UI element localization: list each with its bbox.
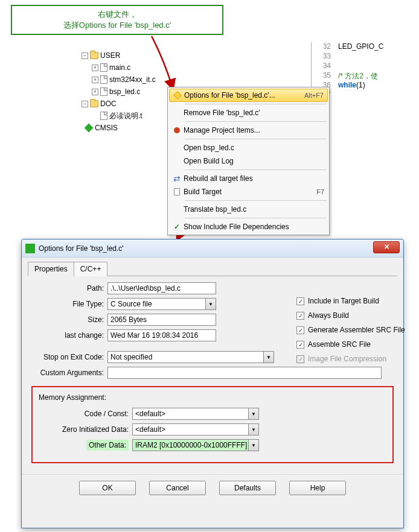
context-menu: Options for File 'bsp_led.c'...Alt+F7 Re… xyxy=(167,87,330,235)
file-icon xyxy=(100,87,107,96)
app-icon xyxy=(25,244,35,253)
mem-zero-label: Zero Initialized Data: xyxy=(39,425,132,434)
lastchange-label: last change: xyxy=(28,331,107,340)
callout-line2: 选择Options for File 'bsp_led.c' xyxy=(63,20,171,31)
menu-options-for-file[interactable]: Options for File 'bsp_led.c'...Alt+F7 xyxy=(169,89,328,102)
menu-sep xyxy=(185,169,327,170)
filetype-select[interactable]: C Source file▼ xyxy=(107,298,216,310)
menu-show-includes[interactable]: ✓Show Include File Dependencies xyxy=(168,220,329,233)
callout-box: 右键文件， 选择Options for File 'bsp_led.c' xyxy=(11,5,223,35)
ok-button[interactable]: OK xyxy=(79,481,136,495)
tree-cmsis[interactable]: CMSIS xyxy=(82,122,172,134)
memory-assignment-group: Memory Assignment: Code / Const:<default… xyxy=(31,386,394,463)
options-dialog: Options for File 'bsp_led.c' ✕ Propertie… xyxy=(21,239,404,528)
chk-img-compress: ✓ xyxy=(296,355,304,363)
mem-code-label: Code / Const: xyxy=(39,410,132,418)
tab-strip: Properties C/C++ xyxy=(28,261,397,276)
help-button[interactable]: Help xyxy=(289,481,346,495)
project-tree: −USER +main.c +stm32f4xx_it.c +bsp_led.c… xyxy=(82,49,172,134)
folder-icon xyxy=(90,100,98,107)
tree-file-main[interactable]: +main.c xyxy=(82,62,172,74)
folder-icon xyxy=(90,52,98,59)
close-button[interactable]: ✕ xyxy=(373,241,400,253)
file-icon xyxy=(100,112,107,120)
tree-file-bsp[interactable]: +bsp_led.c xyxy=(82,86,172,98)
chevron-down-icon: ▼ xyxy=(248,440,258,451)
titlebar: Options for File 'bsp_led.c' ✕ xyxy=(22,239,403,258)
dialog-title: Options for File 'bsp_led.c' xyxy=(39,244,373,253)
file-icon xyxy=(100,75,107,84)
menu-sep xyxy=(185,139,327,139)
menu-sep xyxy=(185,218,327,218)
rebuild-icon: ⇄ xyxy=(173,174,181,183)
tree-doc-folder[interactable]: −DOC xyxy=(82,98,172,110)
size-label: Size: xyxy=(28,315,107,324)
mem-code-select[interactable]: <default>▼ xyxy=(132,408,259,420)
diamond-icon xyxy=(85,124,94,133)
tree-file-stm32[interactable]: +stm32f4xx_it.c xyxy=(82,74,172,86)
cancel-button[interactable]: Cancel xyxy=(149,481,206,495)
chevron-down-icon: ▼ xyxy=(248,424,258,435)
menu-build-target[interactable]: Build TargetF7 xyxy=(168,185,329,198)
chk-assemble[interactable]: ✓ xyxy=(296,341,304,349)
menu-sep xyxy=(185,104,327,104)
chevron-down-icon: ▼ xyxy=(205,299,216,309)
wrench-icon xyxy=(173,91,182,100)
menu-manage-items[interactable]: Manage Project Items... xyxy=(168,124,329,137)
menu-sep xyxy=(185,200,327,201)
chevron-down-icon: ▼ xyxy=(248,408,258,419)
lastchange-field xyxy=(107,329,216,341)
tab-properties[interactable]: Properties xyxy=(28,262,74,276)
menu-translate[interactable]: Translate bsp_led.c xyxy=(168,203,329,216)
tab-cpp[interactable]: C/C++ xyxy=(74,262,108,276)
mem-zero-select[interactable]: <default>▼ xyxy=(132,423,259,435)
filetype-label: File Type: xyxy=(28,300,107,308)
path-label: Path: xyxy=(28,284,107,293)
manage-icon xyxy=(174,127,180,133)
chevron-down-icon: ▼ xyxy=(263,352,273,363)
chk-include[interactable]: ✓ xyxy=(296,297,304,305)
file-icon xyxy=(100,63,107,72)
mem-other-label: Other Data: xyxy=(86,440,129,451)
menu-rebuild[interactable]: ⇄Rebuild all target files xyxy=(168,172,329,185)
custom-label: Custom Arguments: xyxy=(28,369,107,377)
tree-file-readme[interactable]: 必读说明.t xyxy=(82,110,172,122)
size-field xyxy=(107,314,216,326)
checkbox-column: ✓Include in Target Build ✓Always Build ✓… xyxy=(296,294,417,366)
menu-sep xyxy=(185,121,327,122)
menu-build-log[interactable]: Open Build Log xyxy=(168,154,329,168)
stopexit-select[interactable]: Not specified▼ xyxy=(107,351,274,363)
mem-other-select[interactable]: IRAM2 [0x10000000-0x1000FFFF]▼ xyxy=(132,439,259,451)
callout-line1: 右键文件， xyxy=(98,9,137,20)
check-icon: ✓ xyxy=(174,223,180,231)
build-icon xyxy=(174,188,180,195)
stopexit-label: Stop on Exit Code: xyxy=(28,353,107,361)
path-field[interactable] xyxy=(107,282,216,294)
chk-gen-asm[interactable]: ✓ xyxy=(296,326,304,334)
custom-args-field[interactable] xyxy=(107,367,382,379)
tree-user-folder[interactable]: −USER xyxy=(82,49,172,62)
menu-open-file[interactable]: Open bsp_led.c xyxy=(168,141,329,154)
dialog-buttons: OK Cancel Defaults Help xyxy=(22,474,403,501)
defaults-button[interactable]: Defaults xyxy=(219,481,276,495)
memory-title: Memory Assignment: xyxy=(39,393,386,402)
chk-always[interactable]: ✓ xyxy=(296,312,304,320)
menu-remove-file[interactable]: Remove File 'bsp_led.c' xyxy=(168,106,329,119)
